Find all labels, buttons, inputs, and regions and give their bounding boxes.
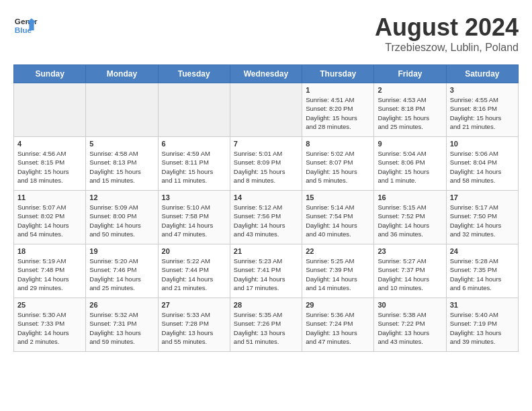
calendar-cell: 24Sunrise: 5:28 AM Sunset: 7:35 PM Dayli… [446,244,518,298]
calendar-cell: 1Sunrise: 4:51 AM Sunset: 8:20 PM Daylig… [302,83,374,137]
day-info: Sunrise: 5:09 AM Sunset: 8:00 PM Dayligh… [89,203,154,238]
calendar-cell: 16Sunrise: 5:15 AM Sunset: 7:52 PM Dayli… [374,191,446,244]
weekday-header-friday: Friday [374,65,446,83]
day-number: 19 [89,247,154,255]
logo: General Blue [13,13,38,38]
day-info: Sunrise: 5:33 AM Sunset: 7:28 PM Dayligh… [162,310,226,346]
page-subtitle: Trzebieszow, Lublin, Poland [375,42,519,54]
calendar-cell: 17Sunrise: 5:17 AM Sunset: 7:50 PM Dayli… [446,191,518,244]
calendar-table: SundayMondayTuesdayWednesdayThursdayFrid… [13,64,519,352]
calendar-cell: 25Sunrise: 5:30 AM Sunset: 7:33 PM Dayli… [14,298,86,352]
calendar-cell [158,83,230,137]
calendar-cell: 27Sunrise: 5:33 AM Sunset: 7:28 PM Dayli… [158,298,230,352]
day-number: 6 [162,140,226,148]
calendar-cell: 29Sunrise: 5:36 AM Sunset: 7:24 PM Dayli… [302,298,374,352]
day-number: 3 [450,86,515,94]
day-number: 18 [17,247,82,255]
calendar-cell: 2Sunrise: 4:53 AM Sunset: 8:18 PM Daylig… [374,83,446,137]
day-number: 29 [306,301,370,309]
calendar-cell: 4Sunrise: 4:56 AM Sunset: 8:15 PM Daylig… [14,137,86,191]
weekday-header-row: SundayMondayTuesdayWednesdayThursdayFrid… [14,65,519,83]
day-info: Sunrise: 5:14 AM Sunset: 7:54 PM Dayligh… [306,203,370,238]
calendar-cell: 3Sunrise: 4:55 AM Sunset: 8:16 PM Daylig… [446,83,518,137]
day-info: Sunrise: 5:01 AM Sunset: 8:09 PM Dayligh… [234,149,298,185]
day-info: Sunrise: 4:55 AM Sunset: 8:16 PM Dayligh… [450,95,515,131]
page-title: August 2024 [375,13,519,42]
calendar-cell: 7Sunrise: 5:01 AM Sunset: 8:09 PM Daylig… [230,137,302,191]
day-number: 1 [306,86,370,94]
title-block: August 2024 Trzebieszow, Lublin, Poland [375,13,519,54]
day-info: Sunrise: 4:59 AM Sunset: 8:11 PM Dayligh… [162,149,226,185]
calendar-cell: 19Sunrise: 5:20 AM Sunset: 7:46 PM Dayli… [86,244,158,298]
calendar-cell: 12Sunrise: 5:09 AM Sunset: 8:00 PM Dayli… [86,191,158,244]
calendar-cell: 10Sunrise: 5:06 AM Sunset: 8:04 PM Dayli… [446,137,518,191]
day-number: 4 [17,140,82,148]
calendar-cell: 13Sunrise: 5:10 AM Sunset: 7:58 PM Dayli… [158,191,230,244]
day-info: Sunrise: 4:58 AM Sunset: 8:13 PM Dayligh… [89,149,154,185]
calendar-cell: 21Sunrise: 5:23 AM Sunset: 7:41 PM Dayli… [230,244,302,298]
weekday-header-monday: Monday [86,65,158,83]
day-info: Sunrise: 5:15 AM Sunset: 7:52 PM Dayligh… [378,203,442,238]
weekday-header-sunday: Sunday [14,65,86,83]
day-number: 16 [378,193,442,201]
page-header: General Blue August 2024 Trzebieszow, Lu… [13,13,519,54]
day-number: 15 [306,193,370,201]
calendar-cell [86,83,158,137]
day-info: Sunrise: 4:51 AM Sunset: 8:20 PM Dayligh… [306,95,370,131]
calendar-cell: 5Sunrise: 4:58 AM Sunset: 8:13 PM Daylig… [86,137,158,191]
day-number: 24 [450,247,515,255]
weekday-header-thursday: Thursday [302,65,374,83]
day-number: 30 [378,301,442,309]
calendar-week-3: 11Sunrise: 5:07 AM Sunset: 8:02 PM Dayli… [14,191,519,244]
day-info: Sunrise: 4:56 AM Sunset: 8:15 PM Dayligh… [17,149,82,185]
day-info: Sunrise: 5:19 AM Sunset: 7:48 PM Dayligh… [17,257,82,292]
day-number: 5 [89,140,154,148]
day-info: Sunrise: 5:20 AM Sunset: 7:46 PM Dayligh… [89,257,154,292]
day-info: Sunrise: 5:28 AM Sunset: 7:35 PM Dayligh… [450,257,515,292]
weekday-header-wednesday: Wednesday [230,65,302,83]
day-info: Sunrise: 5:32 AM Sunset: 7:31 PM Dayligh… [89,310,154,346]
day-info: Sunrise: 5:38 AM Sunset: 7:22 PM Dayligh… [378,310,442,346]
calendar-cell: 23Sunrise: 5:27 AM Sunset: 7:37 PM Dayli… [374,244,446,298]
calendar-cell: 9Sunrise: 5:04 AM Sunset: 8:06 PM Daylig… [374,137,446,191]
day-number: 20 [162,247,226,255]
calendar-cell: 18Sunrise: 5:19 AM Sunset: 7:48 PM Dayli… [14,244,86,298]
day-info: Sunrise: 5:17 AM Sunset: 7:50 PM Dayligh… [450,203,515,238]
calendar-cell: 15Sunrise: 5:14 AM Sunset: 7:54 PM Dayli… [302,191,374,244]
logo-icon: General Blue [13,13,38,38]
day-number: 10 [450,140,515,148]
day-number: 17 [450,193,515,201]
calendar-cell: 22Sunrise: 5:25 AM Sunset: 7:39 PM Dayli… [302,244,374,298]
calendar-cell: 28Sunrise: 5:35 AM Sunset: 7:26 PM Dayli… [230,298,302,352]
day-number: 23 [378,247,442,255]
day-info: Sunrise: 5:27 AM Sunset: 7:37 PM Dayligh… [378,257,442,292]
day-info: Sunrise: 5:25 AM Sunset: 7:39 PM Dayligh… [306,257,370,292]
calendar-cell: 20Sunrise: 5:22 AM Sunset: 7:44 PM Dayli… [158,244,230,298]
day-info: Sunrise: 5:02 AM Sunset: 8:07 PM Dayligh… [306,149,370,185]
calendar-week-2: 4Sunrise: 4:56 AM Sunset: 8:15 PM Daylig… [14,137,519,191]
calendar-week-5: 25Sunrise: 5:30 AM Sunset: 7:33 PM Dayli… [14,298,519,352]
calendar-cell: 30Sunrise: 5:38 AM Sunset: 7:22 PM Dayli… [374,298,446,352]
day-number: 8 [306,140,370,148]
day-number: 7 [234,140,298,148]
calendar-cell: 26Sunrise: 5:32 AM Sunset: 7:31 PM Dayli… [86,298,158,352]
weekday-header-saturday: Saturday [446,65,518,83]
day-info: Sunrise: 5:36 AM Sunset: 7:24 PM Dayligh… [306,310,370,346]
weekday-header-tuesday: Tuesday [158,65,230,83]
day-info: Sunrise: 5:06 AM Sunset: 8:04 PM Dayligh… [450,149,515,185]
day-info: Sunrise: 5:35 AM Sunset: 7:26 PM Dayligh… [234,310,298,346]
day-number: 28 [234,301,298,309]
day-info: Sunrise: 5:12 AM Sunset: 7:56 PM Dayligh… [234,203,298,238]
day-info: Sunrise: 5:30 AM Sunset: 7:33 PM Dayligh… [17,310,82,346]
calendar-cell [14,83,86,137]
day-info: Sunrise: 5:07 AM Sunset: 8:02 PM Dayligh… [17,203,82,238]
calendar-week-4: 18Sunrise: 5:19 AM Sunset: 7:48 PM Dayli… [14,244,519,298]
day-number: 21 [234,247,298,255]
day-number: 14 [234,193,298,201]
calendar-cell: 11Sunrise: 5:07 AM Sunset: 8:02 PM Dayli… [14,191,86,244]
day-number: 9 [378,140,442,148]
calendar-cell: 14Sunrise: 5:12 AM Sunset: 7:56 PM Dayli… [230,191,302,244]
calendar-cell: 6Sunrise: 4:59 AM Sunset: 8:11 PM Daylig… [158,137,230,191]
day-number: 11 [17,193,82,201]
day-info: Sunrise: 5:10 AM Sunset: 7:58 PM Dayligh… [162,203,226,238]
